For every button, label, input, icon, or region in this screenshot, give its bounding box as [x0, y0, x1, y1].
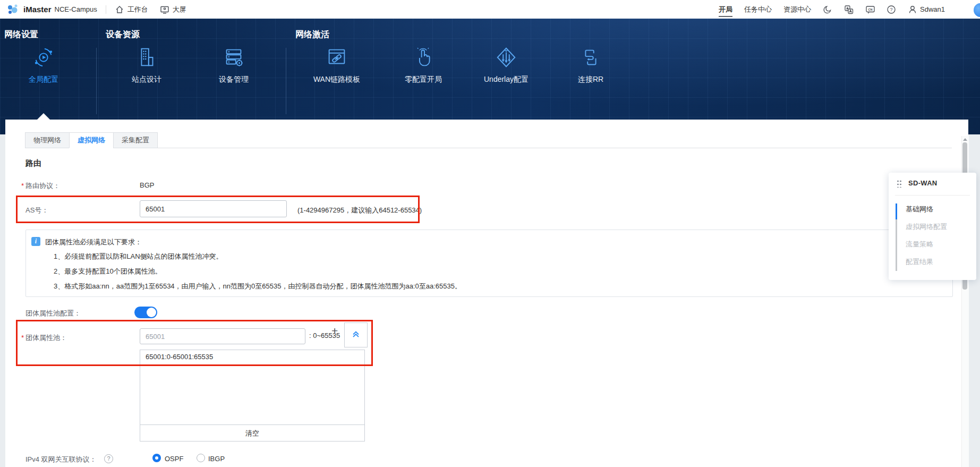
user-menu[interactable]: Sdwan1 — [908, 5, 945, 14]
banner-divider — [96, 48, 97, 114]
ipv4-protocol-label: IPv4 双网关互联协议： — [25, 455, 97, 464]
svg-text:CN: CN — [868, 7, 872, 11]
servers-gear-icon — [199, 45, 268, 70]
feedback-chat-icon[interactable]: CN — [865, 5, 875, 14]
nav-item-label: 设备管理 — [199, 75, 268, 84]
workbench-menu[interactable]: 工作台 — [115, 5, 148, 14]
nav-task-center[interactable]: 任务中心 — [744, 5, 772, 14]
drag-handle-icon[interactable] — [897, 180, 901, 188]
nav-item-label: 站点设计 — [112, 75, 181, 84]
connect-rr-icon — [556, 45, 625, 70]
tap-hand-icon — [389, 45, 458, 70]
radio-ibgp-label: IBGP — [208, 455, 225, 463]
content-tabs: 物理网络 虚拟网络 采集配置 — [25, 132, 157, 148]
username: Sdwan1 — [920, 5, 945, 13]
required-asterisk: * — [21, 334, 24, 342]
nav-item-site-design[interactable]: 站点设计 — [112, 45, 181, 84]
home-icon — [115, 5, 124, 14]
bigscreen-label: 大屏 — [173, 5, 186, 14]
diamond-arrows-icon — [472, 45, 541, 70]
nav-item-underlay-config[interactable]: Underlay配置 — [472, 45, 541, 84]
step-basic-network[interactable]: 基础网络 — [906, 205, 933, 214]
protocol-label: *路由协议： — [21, 181, 60, 191]
notice-item: 1、必须提前配置以防和LAN侧站点的团体属性池冲突。 — [54, 252, 223, 261]
info-icon: i — [31, 237, 40, 246]
nav-provisioning[interactable]: 开局 — [719, 5, 732, 17]
step-config-result[interactable]: 配置结果 — [906, 257, 933, 267]
dark-mode-moon-icon[interactable] — [823, 5, 832, 14]
user-icon — [908, 5, 917, 14]
gear-orbit-icon — [9, 45, 78, 70]
step-virtual-network-config[interactable]: 虚拟网络配置 — [906, 222, 947, 232]
as-number-hint: (1-4294967295，建议输入64512-65534) — [297, 206, 422, 215]
workbench-label: 工作台 — [127, 5, 148, 14]
svg-text:?: ? — [890, 7, 893, 12]
tabbar-baseline — [25, 148, 952, 148]
collapse-list-button[interactable] — [344, 322, 368, 347]
sdwan-panel-title: SD-WAN — [908, 179, 938, 187]
active-section-caret — [37, 113, 50, 120]
radio-ospf-label: OSPF — [165, 455, 183, 463]
tab-virtual-network[interactable]: 虚拟网络 — [69, 132, 114, 148]
radio-ospf[interactable] — [152, 454, 161, 462]
nav-item-connect-rr[interactable]: 连接RR — [556, 45, 625, 84]
topbar: iMaster NCE-Campus 工作台 大屏 开局 任务中心 资源中心 — [0, 0, 980, 19]
scrollbar-up-arrow[interactable] — [963, 138, 967, 141]
toggle-knob — [147, 308, 156, 317]
community-switch-label: 团体属性池配置： — [25, 309, 81, 318]
step-track-active — [896, 203, 897, 219]
language-switch-icon[interactable] — [844, 5, 854, 14]
screen-icon — [160, 5, 169, 14]
nav-item-device-management[interactable]: 设备管理 — [199, 45, 268, 84]
sdwan-step-panel: SD-WAN 基础网络 虚拟网络配置 流量策略 配置结果 — [889, 173, 976, 280]
as-number-input[interactable] — [140, 200, 287, 217]
nav-resource-center[interactable]: 资源中心 — [783, 5, 811, 14]
community-pool-input[interactable] — [140, 328, 305, 344]
nav-item-zero-touch-provisioning[interactable]: 零配置开局 — [389, 45, 458, 84]
radio-ibgp[interactable] — [197, 454, 205, 462]
logo-primary: iMaster — [23, 5, 52, 14]
sdwan-panel-divider — [895, 195, 970, 196]
step-traffic-policy[interactable]: 流量策略 — [906, 240, 933, 249]
ipv4-help-icon[interactable]: ? — [104, 454, 113, 463]
protocol-value: BGP — [140, 181, 154, 189]
nav-item-label: 零配置开局 — [389, 75, 458, 84]
notice-item: 3、格式形如aa:nn，aa范围为1至65534，由用户输入，nn范围为0至65… — [54, 282, 462, 291]
nav-item-label: Underlay配置 — [472, 75, 541, 84]
community-pool-label: *团体属性池： — [21, 333, 67, 343]
add-community-pool-button[interactable]: + — [331, 326, 338, 336]
logo-secondary: NCE-Campus — [55, 5, 97, 13]
community-pool-entry[interactable]: 65001:0-65001:65535 — [140, 350, 364, 364]
nav-item-label: 连接RR — [556, 75, 625, 84]
topbar-divider — [106, 5, 106, 14]
community-pool-list: 65001:0-65001:65535 清空 — [140, 350, 365, 441]
banner-divider — [286, 48, 286, 114]
bigscreen-menu[interactable]: 大屏 — [160, 5, 186, 14]
banner-section-network-activation: 网络激活 — [295, 29, 329, 40]
tab-physical-network[interactable]: 物理网络 — [25, 132, 70, 148]
required-asterisk: * — [21, 182, 24, 190]
as-number-label: AS号： — [25, 206, 48, 215]
window-link-icon — [302, 45, 371, 70]
notice-item: 2、最多支持配置10个团体属性池。 — [54, 267, 162, 276]
nav-item-global-config[interactable]: 全局配置 — [9, 45, 78, 84]
routing-section-title: 路由 — [25, 158, 41, 168]
help-icon[interactable]: ? — [887, 5, 896, 14]
tab-collection-config[interactable]: 采集配置 — [113, 132, 158, 148]
banner-section-device-resources: 设备资源 — [106, 29, 140, 40]
nav-item-label: 全局配置 — [9, 75, 78, 84]
banner-section-network-settings: 网络设置 — [4, 29, 38, 40]
step-track — [896, 219, 897, 271]
workflow-banner: 网络设置 设备资源 网络激活 全局配置 站点设计 — [0, 19, 980, 134]
building-icon — [112, 45, 181, 70]
notice-title: 团体属性池必须满足以下要求： — [45, 237, 142, 247]
imaster-logo-icon — [6, 3, 20, 16]
community-switch-toggle[interactable] — [134, 307, 157, 318]
community-pool-notice: i 团体属性池必须满足以下要求： 1、必须提前配置以防和LAN侧站点的团体属性池… — [25, 230, 953, 297]
clear-list-button[interactable]: 清空 — [140, 424, 364, 441]
nav-item-label: WAN链路模板 — [302, 75, 371, 84]
nav-item-wan-link-template[interactable]: WAN链路模板 — [302, 45, 371, 84]
double-chevron-up-icon — [352, 330, 360, 341]
